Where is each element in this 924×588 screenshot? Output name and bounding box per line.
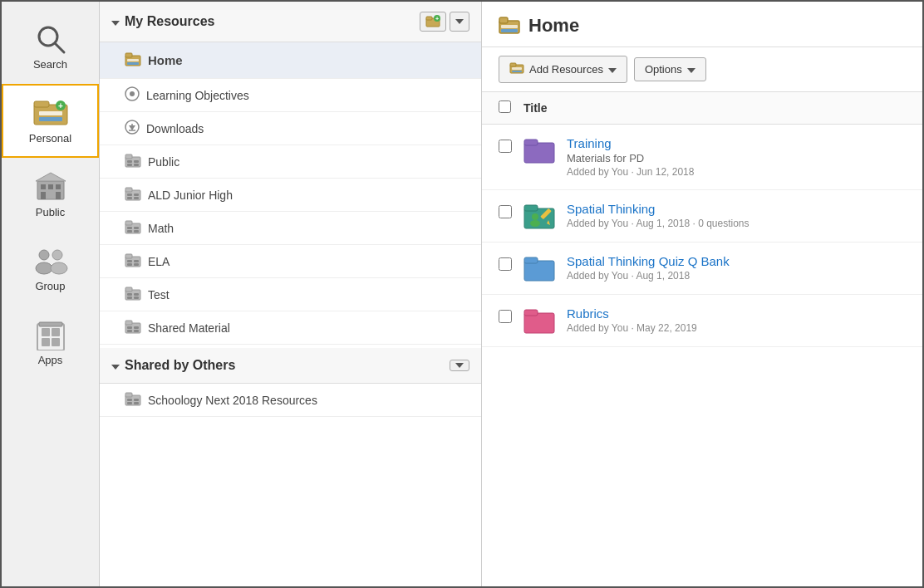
- svg-rect-62: [134, 263, 139, 266]
- add-resources-icon: [509, 61, 524, 77]
- page-title: Home: [528, 15, 579, 37]
- resource-item-spatial-thinking-quiz: Spatial Thinking Quiz Q Bank Added by Yo…: [482, 243, 922, 295]
- my-resources-title-group: My Resources: [111, 14, 215, 29]
- svg-rect-76: [125, 393, 132, 397]
- tree-item-learning-objectives[interactable]: Learning Objectives: [100, 79, 481, 112]
- svg-rect-97: [524, 261, 554, 281]
- tree-item-learning-objectives-label: Learning Objectives: [146, 89, 249, 102]
- svg-rect-40: [125, 154, 132, 159]
- svg-rect-32: [127, 62, 139, 65]
- tree-item-shared-material-label: Shared Material: [148, 321, 230, 335]
- svg-rect-84: [501, 29, 518, 32]
- main-header-folder-icon: [499, 16, 520, 37]
- svg-rect-4: [39, 111, 62, 115]
- svg-rect-11: [56, 184, 61, 189]
- icon-sidebar: Search + Personal: [2, 2, 100, 586]
- svg-rect-23: [52, 338, 60, 346]
- resource-item-rubrics: Rubrics Added by You · May 22, 2019: [482, 295, 922, 347]
- shared-by-others-collapse-icon[interactable]: [111, 358, 120, 373]
- spatial-thinking-title[interactable]: Spatial Thinking: [567, 202, 906, 216]
- tree-item-ald-junior-high[interactable]: ALD Junior High: [100, 179, 481, 212]
- svg-rect-61: [127, 263, 132, 266]
- sidebar-item-search[interactable]: Search: [2, 10, 99, 84]
- tree-item-ela-label: ELA: [148, 255, 170, 268]
- public-tree-icon: [125, 153, 141, 170]
- tree-item-ela[interactable]: ELA: [100, 245, 481, 278]
- svg-rect-13: [56, 192, 61, 199]
- svg-rect-59: [127, 260, 132, 262]
- svg-text:+: +: [58, 101, 63, 110]
- spatial-thinking-quiz-title[interactable]: Spatial Thinking Quiz Q Bank: [567, 254, 906, 268]
- tree-item-math-label: Math: [148, 222, 174, 235]
- svg-point-16: [36, 262, 52, 274]
- svg-rect-47: [127, 194, 132, 196]
- svg-rect-53: [127, 227, 132, 229]
- tree-item-schoology-next-label: Schoology Next 2018 Resources: [148, 394, 317, 407]
- sidebar-item-group[interactable]: Group: [2, 232, 99, 306]
- svg-rect-42: [134, 160, 139, 163]
- svg-point-96: [530, 220, 540, 227]
- toolbar: Add Resources Options: [482, 47, 922, 92]
- training-checkbox[interactable]: [499, 140, 512, 153]
- svg-rect-30: [125, 53, 132, 57]
- shared-by-others-section-header: Shared by Others: [100, 348, 481, 384]
- my-resources-add-button[interactable]: +: [420, 12, 446, 32]
- personal-icon: +: [32, 97, 69, 129]
- svg-rect-24: [39, 322, 62, 326]
- my-resources-dropdown-button[interactable]: [450, 12, 469, 32]
- rubrics-meta: Added by You · May 22, 2019: [567, 322, 906, 334]
- sidebar-item-apps[interactable]: Apps: [2, 306, 99, 380]
- rubrics-title[interactable]: Rubrics: [567, 306, 906, 321]
- resource-item-training: Training Materials for PD Added by You ·…: [482, 125, 922, 190]
- svg-rect-87: [512, 67, 522, 70]
- my-resources-collapse-icon[interactable]: [111, 14, 120, 29]
- app-container: Search + Personal: [2, 2, 922, 586]
- svg-rect-22: [42, 338, 50, 346]
- sidebar-item-personal[interactable]: + Personal: [2, 84, 99, 158]
- svg-rect-100: [524, 310, 538, 316]
- tree-item-test[interactable]: Test: [100, 278, 481, 311]
- shared-by-others-dropdown-button[interactable]: [450, 360, 469, 371]
- schoology-next-tree-icon: [125, 391, 141, 409]
- my-resources-title: My Resources: [125, 14, 215, 29]
- svg-rect-78: [134, 399, 139, 401]
- svg-rect-31: [127, 59, 139, 61]
- svg-rect-77: [127, 399, 132, 401]
- tree-item-shared-material[interactable]: Shared Material: [100, 311, 481, 345]
- spatial-thinking-checkbox[interactable]: [499, 205, 512, 218]
- training-subtitle: Materials for PD: [567, 152, 906, 164]
- main-header: Home: [482, 2, 922, 47]
- spatial-thinking-quiz-checkbox[interactable]: [499, 257, 512, 271]
- add-resources-button[interactable]: Add Resources: [499, 56, 627, 83]
- public-icon: [32, 171, 69, 203]
- svg-rect-92: [524, 205, 538, 211]
- svg-rect-43: [127, 164, 132, 166]
- options-button[interactable]: Options: [634, 57, 706, 81]
- svg-rect-79: [127, 402, 132, 404]
- main-content: Home Add Resources Options: [482, 2, 922, 586]
- tree-item-public[interactable]: Public: [100, 145, 481, 179]
- tree-item-public-label: Public: [148, 155, 179, 169]
- svg-rect-72: [134, 326, 139, 329]
- svg-rect-54: [134, 227, 139, 229]
- svg-rect-49: [127, 197, 132, 199]
- training-title[interactable]: Training: [567, 136, 906, 150]
- tree-item-downloads[interactable]: Downloads: [100, 112, 481, 145]
- tree-item-schoology-next[interactable]: Schoology Next 2018 Resources: [100, 384, 481, 417]
- tree-item-math[interactable]: Math: [100, 212, 481, 245]
- resource-item-spatial-thinking: Spatial Thinking Added by You · Aug 1, 2…: [482, 190, 922, 243]
- group-icon: [32, 245, 69, 277]
- resource-list: Title Training Materials for PD Added by…: [482, 92, 922, 586]
- training-meta: Added by You · Jun 12, 2018: [567, 166, 906, 178]
- spatial-thinking-meta: Added by You · Aug 1, 2018 · 0 questions: [567, 218, 906, 229]
- options-label: Options: [645, 63, 682, 76]
- svg-rect-86: [510, 63, 516, 66]
- rubrics-checkbox[interactable]: [499, 310, 512, 323]
- sidebar-item-public[interactable]: Public: [2, 158, 99, 232]
- spatial-thinking-quiz-meta: Added by You · Aug 1, 2018: [567, 270, 906, 282]
- tree-item-home[interactable]: Home: [100, 42, 481, 79]
- svg-rect-89: [524, 143, 554, 163]
- select-all-checkbox[interactable]: [499, 100, 511, 113]
- svg-rect-3: [34, 101, 49, 107]
- svg-rect-60: [134, 260, 139, 262]
